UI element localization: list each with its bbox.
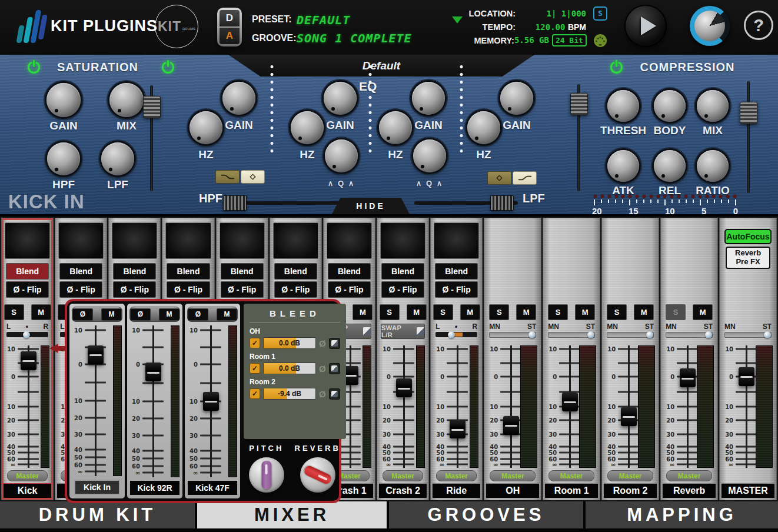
- channel-name[interactable]: MASTER: [721, 483, 775, 498]
- phase-flip-button[interactable]: Ø - Flip: [167, 281, 210, 298]
- pitch-knob[interactable]: [249, 457, 284, 493]
- blend-button[interactable]: Blend: [6, 263, 49, 280]
- groove-value[interactable]: SONG 1 COMPLETE: [297, 31, 412, 45]
- eq-band-2-freq-knob[interactable]: [291, 111, 324, 144]
- fader-handle[interactable]: [396, 378, 412, 397]
- preset-value[interactable]: DEFAULT: [297, 13, 350, 27]
- slider-handle[interactable]: [143, 96, 161, 118]
- bleed-level-slider[interactable]: 0.0 dB: [263, 363, 316, 374]
- hpf-slider-handle[interactable]: [223, 195, 247, 211]
- mute-button[interactable]: M: [353, 304, 373, 320]
- eq-band-2-q-knob[interactable]: [325, 139, 358, 172]
- comp-output-slider[interactable]: [747, 81, 750, 193]
- solo-button[interactable]: S: [607, 304, 627, 320]
- comp-attack-knob[interactable]: [607, 150, 639, 182]
- pan-track[interactable]: [435, 332, 477, 337]
- solo-button[interactable]: S: [548, 304, 568, 320]
- mute-button[interactable]: M: [217, 308, 237, 321]
- master-route-button[interactable]: Master: [436, 470, 477, 481]
- help-button[interactable]: ?: [744, 11, 773, 40]
- pan-control[interactable]: L•R: [6, 322, 48, 341]
- preset-dropdown-icon[interactable]: [452, 16, 463, 24]
- saturation-power-button[interactable]: [26, 59, 42, 75]
- eq-band-3-freq-knob[interactable]: [379, 111, 412, 144]
- fader-handle[interactable]: [450, 420, 466, 438]
- bleed-level-slider[interactable]: 0.0 dB: [263, 337, 316, 349]
- channel-name[interactable]: Room 2: [603, 483, 657, 498]
- lpf-slider-handle[interactable]: [490, 195, 514, 211]
- eq-band-4-freq-knob[interactable]: [467, 111, 500, 144]
- saturation-lpf-knob[interactable]: [101, 142, 134, 175]
- mic-name[interactable]: Kick In: [74, 480, 120, 495]
- tab-mapping[interactable]: MAPPING: [586, 501, 778, 528]
- reverb-knob[interactable]: [300, 457, 335, 493]
- comp-ratio-knob[interactable]: [697, 150, 729, 182]
- da-toggle-digital[interactable]: D: [220, 10, 240, 26]
- master-volume-knob[interactable]: [690, 6, 730, 46]
- play-button[interactable]: [626, 6, 666, 46]
- eq-band-4-gain-knob[interactable]: [500, 82, 533, 115]
- pan-handle[interactable]: [646, 331, 653, 338]
- mute-button[interactable]: M: [460, 304, 480, 320]
- master-route-button[interactable]: Master: [490, 470, 536, 481]
- bleed-enable-checkbox[interactable]: ✓: [250, 338, 260, 348]
- mute-button[interactable]: M: [634, 304, 654, 320]
- phase-flip-button[interactable]: Ø - Flip: [435, 281, 478, 298]
- pan-control[interactable]: MNST: [489, 322, 536, 341]
- pan-handle[interactable]: [528, 331, 536, 338]
- pan-handle[interactable]: [587, 331, 594, 338]
- phase-button[interactable]: Ø: [130, 308, 151, 321]
- pan-control[interactable]: MNST: [548, 322, 595, 341]
- pan-track[interactable]: [666, 332, 713, 338]
- solo-button[interactable]: S: [666, 304, 686, 320]
- channel-name[interactable]: Ride: [432, 483, 481, 498]
- saturation-mix-knob[interactable]: [109, 83, 144, 117]
- da-toggle-analog[interactable]: A: [220, 28, 240, 44]
- fader-handle[interactable]: [503, 416, 519, 435]
- comp-thresh-knob[interactable]: [607, 90, 639, 122]
- phase-flip-button[interactable]: Ø - Flip: [59, 281, 102, 298]
- bleed-level-slider[interactable]: -9.4 dB: [263, 388, 316, 400]
- saturation-gain-knob[interactable]: [46, 83, 81, 117]
- eq-band-3-q-knob[interactable]: [413, 139, 446, 172]
- bleed-enable-checkbox[interactable]: ✓: [250, 363, 260, 374]
- pan-track[interactable]: [548, 332, 595, 338]
- channel-name[interactable]: Reverb: [662, 483, 716, 498]
- phase-flip-button[interactable]: Ø - Flip: [328, 281, 371, 298]
- pan-control[interactable]: MNST: [607, 322, 654, 341]
- blend-button[interactable]: Blend: [113, 263, 156, 280]
- route-button[interactable]: [329, 338, 340, 349]
- eq-power-button[interactable]: [160, 59, 176, 75]
- comp-body-knob[interactable]: [654, 90, 686, 122]
- blend-button[interactable]: Blend: [435, 263, 478, 280]
- eq-input-slider[interactable]: [150, 85, 153, 191]
- phase-flip-button[interactable]: Ø - Flip: [113, 281, 156, 298]
- compression-power-button[interactable]: [609, 59, 624, 75]
- pan-control[interactable]: MNST: [724, 322, 772, 341]
- channel-name[interactable]: OH: [486, 483, 540, 498]
- channel-name[interactable]: Room 1: [544, 483, 599, 498]
- master-route-button[interactable]: Master: [548, 470, 594, 481]
- eq-shape-shelfL-button[interactable]: [215, 170, 240, 184]
- eq-shape-bell-button[interactable]: [487, 171, 511, 185]
- route-button[interactable]: [329, 363, 340, 374]
- mute-button[interactable]: M: [159, 308, 179, 321]
- sync-badge[interactable]: S: [593, 6, 607, 21]
- mute-button[interactable]: M: [693, 304, 713, 320]
- solo-button[interactable]: S: [489, 304, 509, 320]
- master-route-button[interactable]: Master: [383, 470, 423, 481]
- phase-flip-button[interactable]: Ø - Flip: [6, 281, 49, 298]
- fader-handle[interactable]: [680, 368, 696, 387]
- slider-handle[interactable]: [740, 102, 757, 124]
- saturation-hpf-knob[interactable]: [47, 142, 80, 175]
- bleed-enable-checkbox[interactable]: ✓: [250, 388, 260, 399]
- mute-button[interactable]: M: [101, 308, 122, 321]
- eq-band-1-gain-knob[interactable]: [222, 82, 255, 115]
- blend-button[interactable]: Blend: [381, 263, 424, 280]
- master-route-button[interactable]: Master: [607, 470, 653, 481]
- eq-shape-bell-button[interactable]: [241, 170, 265, 184]
- eq-shape-shelfR-button[interactable]: [513, 171, 537, 185]
- channel-name[interactable]: Kick: [3, 483, 52, 498]
- pan-track[interactable]: [6, 332, 48, 337]
- mute-button[interactable]: M: [31, 304, 51, 320]
